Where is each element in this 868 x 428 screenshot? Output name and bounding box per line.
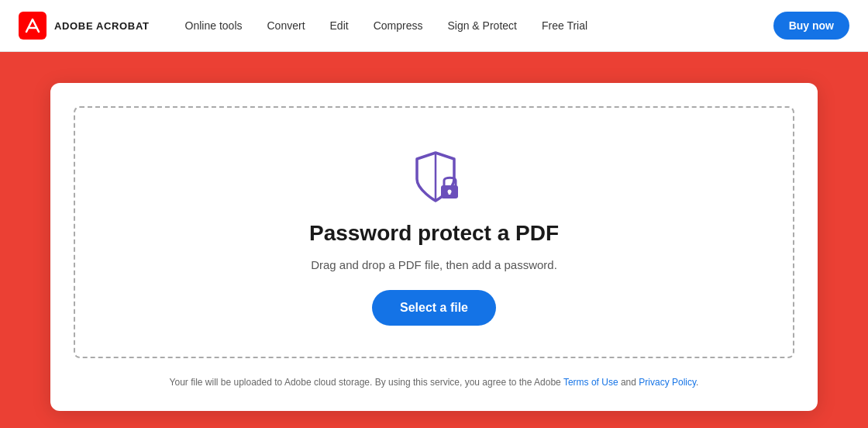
brand-name: ADOBE ACROBAT [54,20,150,32]
buy-now-button[interactable]: Buy now [773,12,849,40]
footer-text: Your file will be uploaded to Adobe clou… [74,377,794,388]
nav-compress[interactable]: Compress [363,13,434,38]
nav-convert[interactable]: Convert [257,13,316,38]
footer-text-end: . [696,377,698,388]
upload-card: Password protect a PDF Drag and drop a P… [50,83,818,411]
shield-lock-icon [403,147,465,209]
nav-sign-protect[interactable]: Sign & Protect [436,13,528,38]
nav-edit[interactable]: Edit [319,13,360,38]
page-subtitle: Drag and drop a PDF file, then add a pas… [311,258,557,271]
page-title: Password protect a PDF [309,221,559,246]
privacy-policy-link[interactable]: Privacy Policy [639,377,696,388]
header: ADOBE ACROBAT Online tools Convert Edit … [0,0,868,52]
acrobat-logo-icon [19,12,46,40]
nav-free-trial[interactable]: Free Trial [531,13,598,38]
footer-text-before: Your file will be uploaded to Adobe clou… [170,377,563,388]
svg-rect-4 [449,192,451,195]
main-nav: Online tools Convert Edit Compress Sign … [174,13,773,38]
brand: ADOBE ACROBAT [19,12,150,40]
svg-rect-0 [19,12,46,40]
select-file-button[interactable]: Select a file [372,290,496,326]
drop-zone[interactable]: Password protect a PDF Drag and drop a P… [74,106,794,358]
footer-text-middle: and [618,377,639,388]
nav-online-tools[interactable]: Online tools [174,13,253,38]
terms-of-use-link[interactable]: Terms of Use [563,377,618,388]
main-area: Password protect a PDF Drag and drop a P… [0,52,868,428]
